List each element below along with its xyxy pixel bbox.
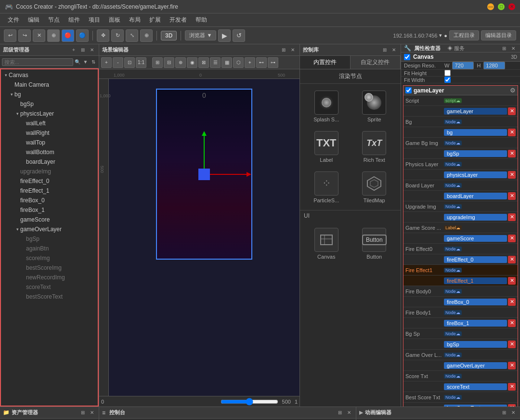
scene-tool-9[interactable]: ⌖ [245,57,255,68]
assets-layout-btn[interactable]: ⊞ [79,409,87,417]
menu-help[interactable]: 帮助 [192,15,211,25]
physics-layer-del-btn[interactable]: ✕ [508,171,516,179]
hierarchy-item-go-scoreimg[interactable]: scoreImg [1,253,98,263]
menu-layout[interactable]: 布局 [125,15,144,25]
scene-close-btn[interactable]: ✕ [289,46,297,54]
script-del-btn[interactable]: ✕ [508,107,516,115]
fire-effect1-del-btn[interactable]: ✕ [508,277,516,285]
hierarchy-item-firebox1[interactable]: fireBox_1 [1,205,98,215]
scene-zoom-slider[interactable] [221,399,278,405]
refresh-button[interactable]: ↺ [233,29,245,42]
hierarchy-item-gameoverlayer[interactable]: ▾ gameOverLayer [1,224,98,234]
anim-layout-btn[interactable]: ⊞ [500,409,508,417]
prop-tab-service[interactable]: ◈ 服务 [447,45,465,52]
game-bg-img-del-btn[interactable]: ✕ [508,150,516,158]
prop-close-btn[interactable]: ✕ [509,44,517,52]
toolbar-btn-2[interactable]: ↪ [18,29,31,42]
fire-body0-btn[interactable]: fireBox_0 [444,299,507,305]
hierarchy-item-fireeffect1[interactable]: fireEffect_1 [1,186,98,196]
hierarchy-item-go-bestscoreimg[interactable]: bestScoreImg [1,263,98,273]
bg-del-btn[interactable]: ✕ [508,129,516,136]
score-txt-del-btn[interactable]: ✕ [508,383,516,391]
menu-component[interactable]: 组件 [65,15,84,25]
scene-tool-2[interactable]: ⊟ [164,57,174,68]
comp-item-particles[interactable]: ⁘ ParticleS... [304,169,349,206]
hierarchy-item-wallleft[interactable]: wallLeft [1,118,98,128]
hierarchy-item-canvas[interactable]: ▾ Canvas [1,70,98,80]
close-button[interactable]: ✕ [508,3,515,10]
board-layer-del-btn[interactable]: ✕ [508,192,516,200]
scene-tool-4[interactable]: ◉ [187,57,197,68]
scene-tool-7[interactable]: ▦ [221,57,232,68]
game-score-del-btn[interactable]: ✕ [508,235,516,242]
prop-layout-btn[interactable]: ⊞ [500,44,508,52]
fire-body0-del-btn[interactable]: ✕ [508,298,516,306]
hierarchy-item-physicslayer[interactable]: ▾ physicsLayer [1,109,98,118]
tab-custom[interactable]: 自定义控件 [351,56,401,69]
hierarchy-add-btn[interactable]: + [70,46,78,54]
browser-dropdown[interactable]: 浏览器 ▼ [185,30,216,40]
hierarchy-item-go-bestscoretext[interactable]: bestScoreText [1,292,98,302]
comp-close-btn[interactable]: ✕ [390,46,398,54]
scene-zoom-fit[interactable]: ⊡ [124,57,135,68]
hierarchy-search-icon[interactable]: 🔍 [74,58,81,66]
bg-sp-del-btn[interactable]: ✕ [508,341,516,348]
best-score-txt-del-btn[interactable]: ✕ [508,404,516,407]
scene-zoom-1x[interactable]: 1:1 [136,57,146,68]
menu-node[interactable]: 节点 [44,15,64,25]
hierarchy-item-go-againbtn[interactable]: againBtn [1,244,98,253]
anim-close-btn[interactable]: ✕ [509,409,517,417]
menu-edit[interactable]: 编辑 [24,15,43,25]
canvas-enabled-checkbox[interactable] [404,54,410,60]
scene-layout-btn[interactable]: ⊞ [280,46,287,54]
physics-layer-btn[interactable]: physicsLayer [444,171,507,178]
design-w-input[interactable] [452,62,474,69]
hierarchy-item-walltop[interactable]: wallTop [1,138,98,147]
hierarchy-item-firebox0[interactable]: fireBox_0 [1,196,98,205]
gamelayer-gear-btn[interactable]: ⚙ [510,87,516,94]
scene-tool-5[interactable]: ⊠ [198,57,209,68]
scene-tool-6[interactable]: ☰ [210,57,221,68]
scene-tool-3[interactable]: ⊕ [175,57,186,68]
comp-layout-btn[interactable]: ⊞ [381,46,389,54]
editor-dir-button[interactable]: 编辑器目录 [481,30,516,40]
play-button[interactable]: ▶ [218,29,231,42]
hierarchy-sort-btn[interactable]: ⇅ [90,58,97,66]
scene-zoom-out[interactable]: - [113,57,123,68]
upgrade-img-del-btn[interactable]: ✕ [508,213,516,221]
board-layer-btn[interactable]: boardLayer [444,193,507,199]
upgrade-img-btn[interactable]: upgradeImg [444,214,507,221]
hierarchy-item-bgsp[interactable]: bgSp [1,99,98,109]
menu-project[interactable]: 项目 [85,15,104,25]
hierarchy-item-gamescore[interactable]: gameScore [1,215,98,224]
fire-effect0-btn[interactable]: fireEffect_0 [444,256,507,263]
toolbar-btn-1[interactable]: ↩ [4,29,16,42]
hierarchy-layout-btn[interactable]: ⊞ [79,46,87,54]
hierarchy-item-go-newrecordimg[interactable]: newRecordImg [1,273,98,282]
hierarchy-item-wallright[interactable]: wallRight [1,128,98,138]
comp-item-splash[interactable]: Splash S... [304,88,349,125]
scene-tool-1[interactable]: ⊞ [152,57,163,68]
hierarchy-item-fireeffect0[interactable]: fireEffect_0 [1,176,98,186]
toolbar-btn-4[interactable]: ⊕ [47,29,60,42]
tab-builtin[interactable]: 内置控件 [300,56,351,69]
menu-developer[interactable]: 开发者 [166,15,191,25]
console-layout-btn[interactable]: ⊞ [336,409,344,417]
comp-item-canvas[interactable]: Canvas [304,225,349,262]
minimize-button[interactable]: — [487,3,494,10]
assets-close-btn[interactable]: ✕ [88,409,96,417]
toolbar-scale[interactable]: ⤡ [126,29,138,42]
hierarchy-search-input[interactable] [2,58,73,66]
hierarchy-close-btn[interactable]: ✕ [88,46,96,54]
hierarchy-item-go-scoretext[interactable]: scoreText [1,282,98,292]
menu-extension[interactable]: 扩展 [145,15,165,25]
gamelayer-enabled-checkbox[interactable] [405,87,412,93]
fit-height-checkbox[interactable] [444,70,451,76]
hierarchy-item-boardlayer[interactable]: boardLayer [1,157,98,167]
game-bg-img-btn[interactable]: bgSp [444,150,507,157]
engine-dir-button[interactable]: 工程目录 [449,30,479,40]
fire-body1-btn[interactable]: fireBox_1 [444,320,507,327]
game-over-l-del-btn[interactable]: ✕ [508,362,516,369]
game-over-l-btn[interactable]: gameOverLayer [444,362,507,369]
scene-zoom-in[interactable]: + [101,57,112,68]
